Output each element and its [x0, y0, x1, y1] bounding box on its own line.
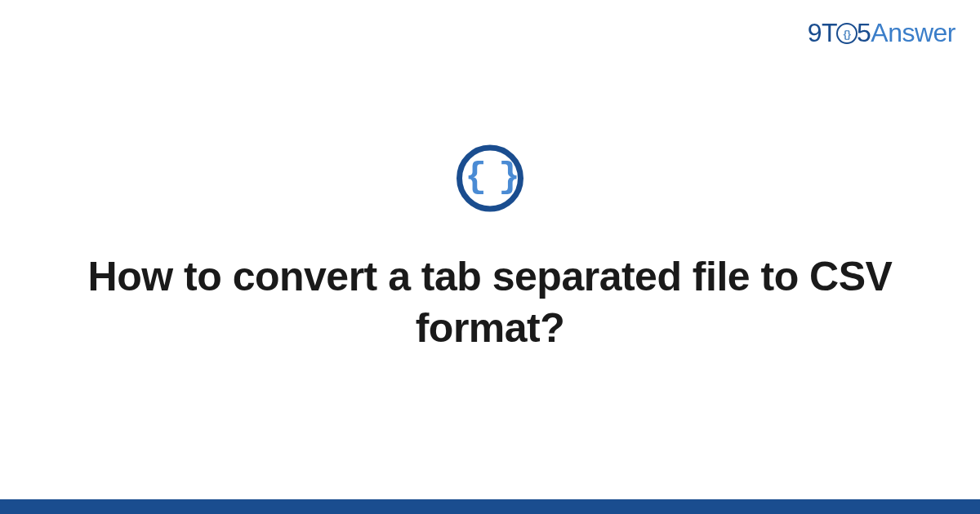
page-title: How to convert a tab separated file to C…	[49, 251, 931, 353]
logo-text-5: 5	[857, 18, 871, 47]
footer-bar	[0, 499, 980, 514]
logo-text-answer: Answer	[871, 18, 956, 47]
main-content: { } How to convert a tab separated file …	[0, 145, 980, 353]
site-logo: 9T{}5Answer	[808, 18, 956, 48]
logo-o-icon: {}	[836, 23, 858, 44]
code-braces-icon: { }	[457, 145, 523, 212]
logo-text-9t: 9T	[808, 18, 837, 47]
